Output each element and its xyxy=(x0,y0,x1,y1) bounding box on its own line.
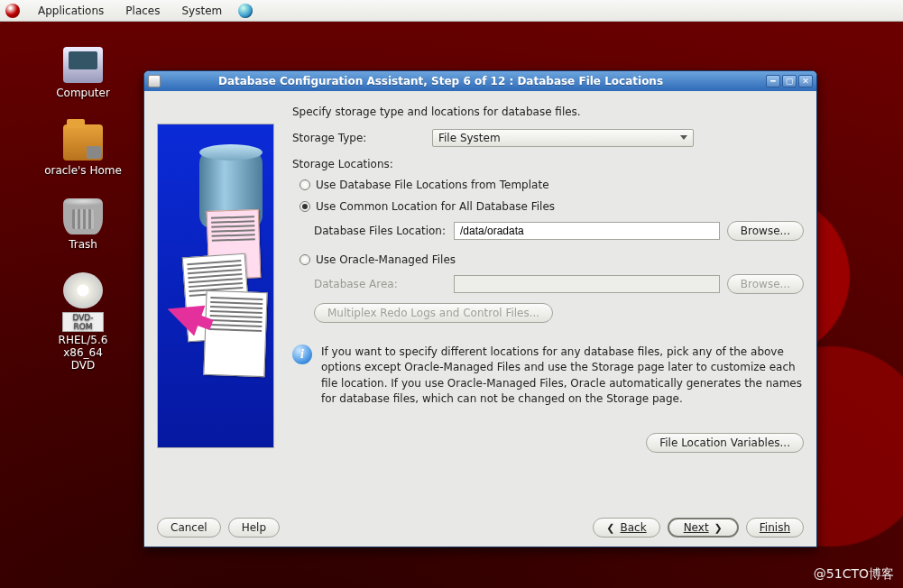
close-button[interactable]: ✕ xyxy=(798,75,813,87)
desktop-icon-label: RHEL/5.6 x86_64 DVD xyxy=(40,334,126,372)
storage-type-combo[interactable]: File System xyxy=(432,129,694,147)
db-area-label: Database Area: xyxy=(314,278,454,290)
top-panel: Applications Places System xyxy=(0,0,903,22)
desktop: Computer oracle's Home Trash DVD-ROM RHE… xyxy=(0,22,903,588)
next-button[interactable]: Next ❯ xyxy=(668,518,739,537)
form-area: Specify storage type and locations for d… xyxy=(292,102,804,509)
radio-omf[interactable]: Use Oracle-Managed Files xyxy=(299,253,804,266)
desktop-icon-computer[interactable]: Computer xyxy=(40,47,126,99)
desktop-icon-label: Computer xyxy=(40,87,126,99)
db-files-location-input[interactable] xyxy=(454,222,720,240)
intro-text: Specify storage type and locations for d… xyxy=(292,106,804,118)
radio-common-location[interactable]: Use Common Location for All Database Fil… xyxy=(299,200,804,213)
radio-label: Use Oracle-Managed Files xyxy=(316,253,456,266)
trash-icon xyxy=(63,198,103,234)
storage-locations-label: Storage Locations: xyxy=(292,158,804,170)
network-icon[interactable] xyxy=(238,4,253,18)
desktop-icon-label: oracle's Home xyxy=(40,164,126,177)
desktop-icon-label: Trash xyxy=(40,238,126,251)
chevron-down-icon xyxy=(680,135,687,143)
menu-applications[interactable]: Applications xyxy=(32,3,109,19)
radio-label: Use Database File Locations from Templat… xyxy=(316,179,549,191)
chevron-left-icon: ❮ xyxy=(606,522,614,534)
wizard-graphic xyxy=(157,124,274,448)
wizard-footer: Cancel Help ❮ Back Next ❯ Finish xyxy=(157,509,804,537)
minimize-button[interactable]: ━ xyxy=(766,75,780,87)
radio-icon xyxy=(299,179,310,190)
multiplex-button: Multiplex Redo Logs and Control Files... xyxy=(314,303,553,323)
title-bar[interactable]: Database Configuration Assistant, Step 6… xyxy=(144,71,816,91)
radio-icon xyxy=(299,201,310,212)
dbca-window: Database Configuration Assistant, Step 6… xyxy=(143,70,817,547)
radio-template[interactable]: Use Database File Locations from Templat… xyxy=(299,179,804,191)
cancel-button[interactable]: Cancel xyxy=(157,518,221,537)
desktop-icon-trash[interactable]: Trash xyxy=(40,198,126,251)
info-text: If you want to specify different locatio… xyxy=(321,345,804,408)
window-title: Database Configuration Assistant, Step 6… xyxy=(164,75,764,87)
computer-icon xyxy=(63,47,103,83)
db-files-location-label: Database Files Location: xyxy=(314,225,454,237)
distro-icon xyxy=(5,4,20,18)
dvd-badge: DVD-ROM xyxy=(62,312,104,332)
radio-label: Use Common Location for All Database Fil… xyxy=(316,200,555,213)
storage-type-value: File System xyxy=(438,132,501,144)
info-icon: i xyxy=(292,345,312,364)
menu-places[interactable]: Places xyxy=(120,3,165,19)
window-app-icon xyxy=(148,75,161,87)
chevron-right-icon: ❯ xyxy=(714,522,723,534)
back-button[interactable]: ❮ Back xyxy=(593,518,659,537)
browse-button[interactable]: Browse... xyxy=(727,221,804,241)
home-folder-icon xyxy=(63,124,103,161)
dvd-icon xyxy=(63,272,103,308)
desktop-icon-dvd[interactable]: DVD-ROM RHEL/5.6 x86_64 DVD xyxy=(40,272,126,372)
browse-button-disabled: Browse... xyxy=(727,274,804,294)
storage-type-label: Storage Type: xyxy=(292,132,432,144)
maximize-button[interactable]: ▢ xyxy=(782,75,797,87)
radio-icon xyxy=(299,254,310,265)
db-area-input xyxy=(454,275,720,293)
finish-button[interactable]: Finish xyxy=(746,518,804,537)
desktop-icon-home[interactable]: oracle's Home xyxy=(40,124,126,177)
watermark: @51CTO博客 xyxy=(814,566,894,583)
help-button[interactable]: Help xyxy=(228,518,280,537)
file-location-variables-button[interactable]: File Location Variables... xyxy=(646,433,804,453)
menu-system[interactable]: System xyxy=(176,3,227,19)
